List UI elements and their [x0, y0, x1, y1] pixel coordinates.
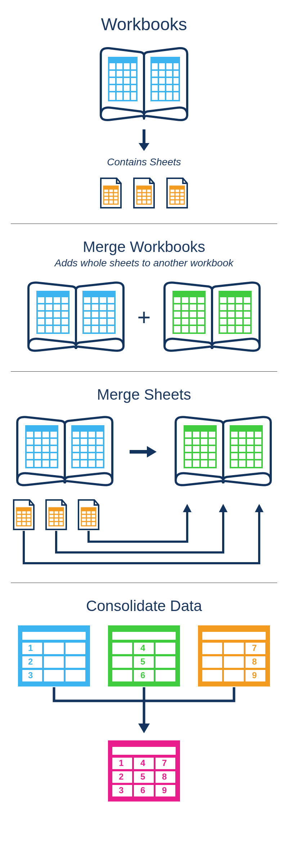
svg-rect-142: [44, 643, 64, 654]
svg-marker-137: [219, 504, 228, 512]
svg-rect-173: [224, 656, 244, 668]
svg-rect-155: [112, 643, 132, 654]
svg-text:8: 8: [252, 657, 257, 666]
svg-rect-130: [81, 508, 96, 511]
svg-rect-149: [66, 670, 85, 681]
svg-rect-172: [202, 656, 222, 668]
merge-sheets-diagram: [11, 412, 277, 567]
svg-text:2: 2: [28, 657, 33, 666]
svg-rect-123: [49, 508, 63, 511]
merge-workbooks-subtitle: Adds whole sheets to another workbook: [11, 257, 277, 269]
svg-rect-161: [112, 670, 132, 681]
section-merge-sheets: Merge Sheets: [0, 372, 288, 583]
svg-text:1: 1: [28, 643, 33, 653]
svg-text:6: 6: [140, 785, 145, 795]
svg-rect-143: [66, 643, 85, 654]
workbooks-title: Workbooks: [11, 14, 277, 34]
svg-rect-163: [156, 670, 175, 681]
svg-text:5: 5: [140, 772, 145, 781]
svg-marker-96: [147, 446, 157, 458]
svg-rect-183: [112, 747, 176, 755]
svg-marker-138: [183, 504, 192, 512]
merge-sheets-title: Merge Sheets: [11, 386, 277, 403]
svg-marker-19: [139, 143, 149, 151]
workbook-icon: [11, 43, 277, 126]
svg-rect-145: [44, 656, 64, 668]
svg-rect-175: [202, 670, 222, 681]
contains-sheets-label: Contains Sheets: [11, 156, 277, 168]
svg-rect-168: [202, 632, 266, 640]
sheet-files-row: [11, 177, 277, 209]
merge-workbooks-title: Merge Workbooks: [11, 238, 277, 256]
svg-rect-154: [112, 632, 176, 640]
svg-rect-146: [66, 656, 85, 668]
svg-marker-136: [255, 504, 264, 512]
svg-rect-148: [44, 670, 64, 681]
svg-text:3: 3: [119, 785, 123, 795]
svg-rect-21: [104, 186, 118, 189]
svg-text:4: 4: [140, 758, 145, 768]
svg-text:9: 9: [162, 785, 167, 795]
arrow-down-icon: [11, 129, 277, 151]
svg-rect-28: [137, 186, 151, 189]
svg-marker-181: [138, 724, 150, 733]
svg-rect-176: [224, 670, 244, 681]
section-consolidate-data: Consolidate Data 1 2 3 4 5 6 7 8 9: [0, 583, 288, 821]
workbook-green-icon: [158, 278, 266, 357]
svg-text:4: 4: [140, 643, 145, 653]
svg-rect-140: [22, 632, 86, 640]
svg-rect-157: [156, 643, 175, 654]
svg-rect-158: [112, 656, 132, 668]
consolidate-diagram: 1 2 3 4 5 6 7 8 9: [11, 625, 277, 805]
svg-text:6: 6: [140, 670, 145, 680]
arrow-right-icon: [130, 446, 157, 458]
svg-text:9: 9: [252, 670, 257, 680]
section-merge-workbooks: Merge Workbooks Adds whole sheets to ano…: [0, 224, 288, 371]
sheet-file-icon: [98, 177, 124, 209]
svg-text:1: 1: [119, 758, 123, 768]
svg-text:2: 2: [119, 772, 123, 781]
svg-rect-169: [202, 643, 222, 654]
svg-text:7: 7: [252, 643, 257, 653]
svg-text:7: 7: [162, 758, 167, 768]
svg-rect-160: [156, 656, 175, 668]
sheet-file-icon: [131, 177, 157, 209]
svg-rect-35: [170, 186, 184, 189]
workbook-blue-icon: [22, 278, 130, 357]
svg-text:8: 8: [162, 772, 167, 781]
sheet-file-icon: [164, 177, 190, 209]
section-workbooks: Workbooks: [0, 0, 288, 224]
plus-operator: +: [137, 304, 150, 331]
svg-rect-170: [224, 643, 244, 654]
svg-text:3: 3: [28, 670, 33, 680]
svg-text:5: 5: [140, 657, 145, 666]
consolidate-data-title: Consolidate Data: [11, 597, 277, 615]
svg-rect-116: [17, 508, 31, 511]
